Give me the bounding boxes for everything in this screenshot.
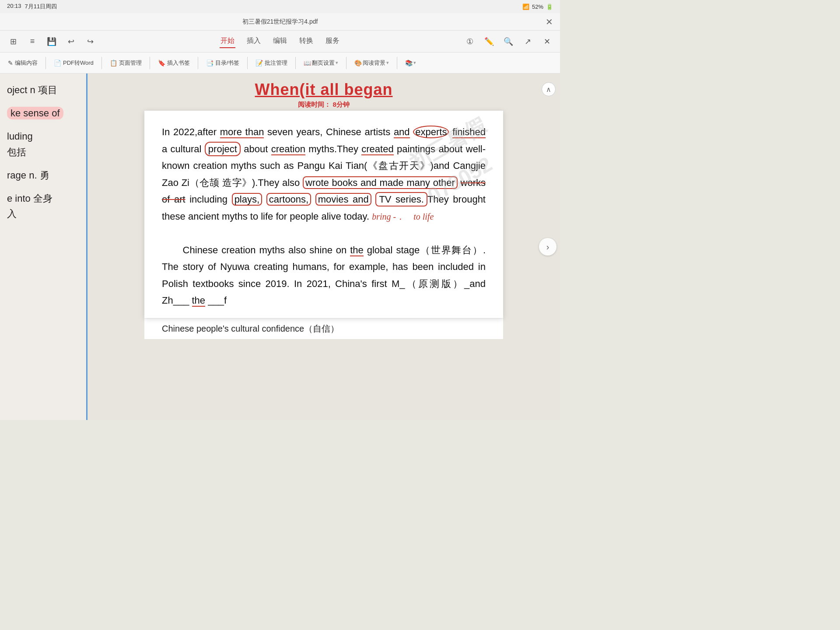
toc-btn[interactable]: 📑 目录/书签 bbox=[202, 57, 244, 69]
edit-content-btn[interactable]: ✎ 编辑内容 bbox=[4, 57, 42, 69]
circle-experts: experts bbox=[413, 126, 449, 138]
vocab-item-1: oject n 项目 bbox=[7, 82, 79, 98]
pencil-icon[interactable]: ✏️ bbox=[481, 34, 497, 49]
page-settings-label: 翻页设置 bbox=[312, 59, 335, 67]
page-settings-icon: 📖 bbox=[304, 60, 311, 66]
handwritten-annotation-1: bring -． to life bbox=[372, 212, 434, 221]
article-header: When(it all began 阅读时间： 8分钟 ∧ bbox=[88, 74, 560, 111]
save-icon[interactable]: 💾 bbox=[44, 34, 60, 49]
close-window-icon[interactable]: ✕ bbox=[539, 34, 555, 49]
menu-item-insert[interactable]: 插入 bbox=[246, 35, 262, 48]
toolbar-separator-7 bbox=[346, 57, 346, 69]
more-btn[interactable]: 📚 ▾ bbox=[401, 57, 420, 69]
pdf-document: 初三暑假078052 In 2022,after more than seven… bbox=[144, 111, 503, 318]
search-icon[interactable]: 🔍 bbox=[500, 34, 516, 49]
status-bar: 20:13 7月11日周四 📶 52% 🔋 bbox=[0, 0, 560, 13]
annotation-manage-icon: 📝 bbox=[256, 60, 263, 66]
sidebar-toggle-icon[interactable]: ⊞ bbox=[5, 34, 21, 49]
chevron-down-icon-2: ▾ bbox=[386, 60, 389, 66]
battery-icon: 🔋 bbox=[546, 4, 553, 10]
insert-bookmark-icon: 🔖 bbox=[158, 60, 165, 66]
circle-project: project bbox=[205, 142, 241, 156]
more-icon: 📚 bbox=[405, 60, 413, 66]
vocab-item-3: luding 包括 bbox=[7, 129, 79, 159]
toolbar-separator-2 bbox=[102, 57, 102, 69]
circle-wrote: wrote books and made many other bbox=[303, 176, 458, 189]
page-settings-btn[interactable]: 📖 翻页设置 ▾ bbox=[299, 57, 343, 69]
insert-bookmark-label: 插入书签 bbox=[167, 59, 190, 67]
redo-icon[interactable]: ↪ bbox=[82, 34, 98, 49]
reading-bg-icon: 🎨 bbox=[354, 60, 362, 66]
next-page-button[interactable]: › bbox=[539, 238, 556, 256]
circle-plays: plays, bbox=[232, 193, 262, 206]
toolbar-separator-5 bbox=[247, 57, 248, 69]
pdf-area: When(it all began 阅读时间： 8分钟 ∧ 初三暑假078052… bbox=[88, 74, 560, 420]
title-bar: ··· 初三暑假21世纪报学习4.pdf ✕ bbox=[0, 13, 560, 31]
vocab-item-4: rage n. 勇 bbox=[7, 168, 79, 183]
insert-bookmark-btn[interactable]: 🔖 插入书签 bbox=[154, 57, 194, 69]
vocab-text-4: rage n. 勇 bbox=[7, 170, 49, 181]
menu-item-convert[interactable]: 转换 bbox=[298, 35, 314, 48]
underline-created: created bbox=[361, 144, 393, 155]
left-sidebar: oject n 项目 ke sense of luding 包括 rage n.… bbox=[0, 74, 88, 420]
toolbar-separator-6 bbox=[295, 57, 296, 69]
share-icon[interactable]: ↗ bbox=[520, 34, 536, 49]
text-about: about bbox=[244, 144, 268, 154]
toolbar-separator-8 bbox=[397, 57, 397, 69]
underline-finished: finished bbox=[452, 126, 486, 138]
annotation-manage-btn[interactable]: 📝 批注管理 bbox=[251, 57, 292, 69]
menu-bar: ⊞ ≡ 💾 ↩ ↪ 开始 插入 编辑 转换 服务 ① ✏️ 🔍 ↗ ✕ bbox=[0, 31, 560, 52]
vocab-item-5: e into 全身 入 bbox=[7, 191, 79, 221]
bottom-preview-text: Chinese people's cultural confidence（自信） bbox=[162, 324, 339, 333]
bottom-preview: Chinese people's cultural confidence（自信） bbox=[144, 318, 503, 339]
vocab-text-3a: luding bbox=[7, 129, 79, 144]
underline-more-than: more than bbox=[220, 126, 264, 138]
reading-time-label: 阅读时间： bbox=[298, 101, 331, 108]
vocab-highlight-2: ke sense of bbox=[7, 107, 63, 119]
article-title: When(it all began bbox=[88, 80, 560, 99]
battery-text: 52% bbox=[532, 4, 543, 10]
underline-creation: creation bbox=[271, 144, 305, 155]
reading-minutes: 8分钟 bbox=[332, 101, 349, 108]
page-manage-label: 页面管理 bbox=[119, 59, 142, 67]
reading-bg-btn[interactable]: 🎨 阅读背景 ▾ bbox=[350, 57, 393, 69]
page-number-icon[interactable]: ① bbox=[462, 34, 478, 49]
status-left: 20:13 7月11日周四 bbox=[7, 3, 57, 10]
reading-time: 阅读时间： 8分钟 bbox=[88, 101, 560, 109]
undo-icon[interactable]: ↩ bbox=[63, 34, 79, 49]
menu-icon[interactable]: ≡ bbox=[24, 34, 40, 49]
edit-content-icon: ✎ bbox=[8, 60, 13, 66]
page-manage-btn[interactable]: 📋 页面管理 bbox=[105, 57, 146, 69]
menu-item-start[interactable]: 开始 bbox=[220, 35, 235, 48]
vocab-text-1: oject n 项目 bbox=[7, 84, 57, 95]
menu-left-icons: ⊞ ≡ 💾 ↩ ↪ bbox=[5, 34, 98, 49]
wifi-icon: 📶 bbox=[522, 4, 529, 10]
reading-bg-label: 阅读背景 bbox=[363, 59, 385, 67]
collapse-button[interactable]: ∧ bbox=[542, 82, 556, 96]
toc-label: 目录/书签 bbox=[215, 59, 240, 67]
main-area: oject n 项目 ke sense of luding 包括 rage n.… bbox=[0, 74, 560, 420]
paragraph-1: In 2022,after more than seven years, Chi… bbox=[162, 124, 486, 225]
close-icon[interactable]: ✕ bbox=[546, 17, 553, 27]
toolbar-separator-3 bbox=[150, 57, 150, 69]
pdf-to-word-btn[interactable]: 📄 PDF转Word bbox=[49, 57, 98, 69]
vocab-item-2: ke sense of bbox=[7, 105, 79, 121]
pdf-to-word-label: PDF转Word bbox=[63, 59, 94, 67]
circle-tvseries: TV series. bbox=[375, 192, 427, 206]
toolbar: ✎ 编辑内容 📄 PDF转Word 📋 页面管理 🔖 插入书签 📑 目录/书签 … bbox=[0, 52, 560, 74]
underline-the-2: the bbox=[192, 295, 206, 307]
chevron-down-icon: ▾ bbox=[336, 60, 338, 66]
circle-movies: movies and bbox=[315, 193, 371, 206]
toolbar-separator-4 bbox=[198, 57, 198, 69]
time: 20:13 bbox=[7, 3, 21, 10]
date: 7月11日周四 bbox=[25, 3, 57, 10]
menu-item-service[interactable]: 服务 bbox=[325, 35, 340, 48]
vocab-text-5a: e into 全身 bbox=[7, 191, 79, 206]
toc-icon: 📑 bbox=[206, 60, 214, 66]
vocab-text-5b: 入 bbox=[7, 206, 79, 221]
menu-item-edit[interactable]: 编辑 bbox=[272, 35, 288, 48]
toolbar-separator-1 bbox=[46, 57, 46, 69]
pdf-to-word-icon: 📄 bbox=[54, 60, 61, 66]
underline-artists: and bbox=[394, 126, 410, 138]
underline-the: the bbox=[350, 245, 364, 256]
